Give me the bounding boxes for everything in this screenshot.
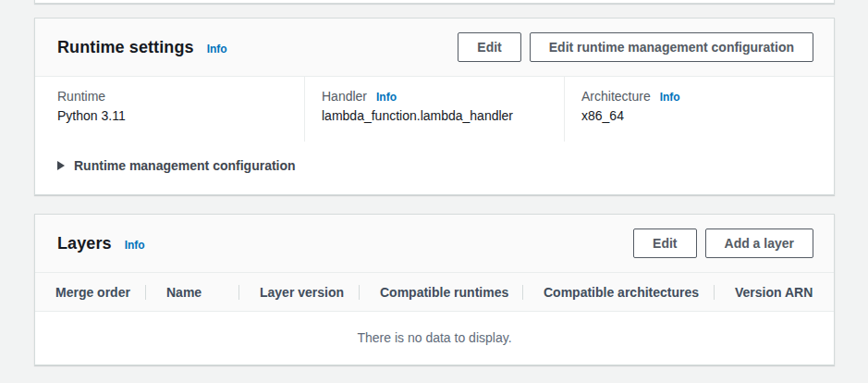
- lambda-code-tab-page: Runtime settings Info Edit Edit runtime …: [0, 0, 868, 383]
- expander-label: Runtime management configuration: [74, 158, 296, 173]
- layers-table-header: Merge order Name Layer version Compatibl…: [35, 273, 834, 312]
- column-header-compatible-architectures: Compatible architectures: [523, 285, 715, 300]
- architecture-info-link[interactable]: Info: [660, 91, 680, 104]
- runtime-management-configuration-expander[interactable]: Runtime management configuration: [57, 155, 834, 176]
- runtime-settings-header: Runtime settings Info Edit Edit runtime …: [35, 19, 834, 77]
- runtime-edit-button[interactable]: Edit: [458, 32, 520, 62]
- column-header-version-arn: Version ARN: [715, 285, 834, 300]
- handler-field-label: Handler: [322, 89, 367, 104]
- handler-field-value: lambda_function.lambda_handler: [322, 108, 545, 123]
- empty-state-message: There is no data to display.: [357, 330, 511, 345]
- runtime-field: Runtime Python 3.11: [35, 77, 304, 142]
- runtime-settings-actions: Edit Edit runtime management configurati…: [458, 32, 813, 62]
- layers-header: Layers Info Edit Add a layer: [35, 215, 834, 273]
- layers-info-link[interactable]: Info: [125, 239, 145, 252]
- column-header-name: Name: [146, 285, 239, 300]
- column-header-compatible-runtimes: Compatible runtimes: [360, 285, 523, 300]
- runtime-field-value: Python 3.11: [57, 108, 286, 123]
- runtime-settings-title: Runtime settings: [57, 38, 194, 57]
- handler-field: Handler Info lambda_function.lambda_hand…: [304, 77, 564, 142]
- edit-runtime-management-configuration-button[interactable]: Edit runtime management configuration: [530, 32, 813, 62]
- runtime-settings-fields: Runtime Python 3.11 Handler Info lambda_…: [35, 77, 834, 142]
- handler-info-link[interactable]: Info: [376, 91, 397, 104]
- runtime-settings-title-group: Runtime settings Info: [57, 38, 458, 57]
- add-a-layer-button[interactable]: Add a layer: [705, 229, 813, 258]
- architecture-field-value: x86_64: [581, 108, 815, 123]
- triangle-right-icon: [57, 161, 65, 170]
- previous-section-card-edge: [34, 0, 835, 4]
- architecture-field-label: Architecture: [581, 89, 651, 104]
- runtime-settings-info-link[interactable]: Info: [207, 43, 227, 56]
- architecture-field: Architecture Info x86_64: [564, 77, 834, 142]
- column-header-layer-version: Layer version: [239, 285, 360, 300]
- layers-card: Layers Info Edit Add a layer Merge order…: [34, 214, 835, 365]
- column-header-merge-order: Merge order: [35, 285, 146, 300]
- layers-edit-button[interactable]: Edit: [633, 229, 696, 258]
- layers-title-group: Layers Info: [57, 234, 633, 253]
- runtime-settings-card: Runtime settings Info Edit Edit runtime …: [34, 18, 835, 195]
- layers-title: Layers: [57, 234, 112, 253]
- runtime-field-label: Runtime: [57, 89, 105, 104]
- layers-table-empty-state: There is no data to display.: [35, 312, 834, 364]
- layers-actions: Edit Add a layer: [633, 229, 813, 258]
